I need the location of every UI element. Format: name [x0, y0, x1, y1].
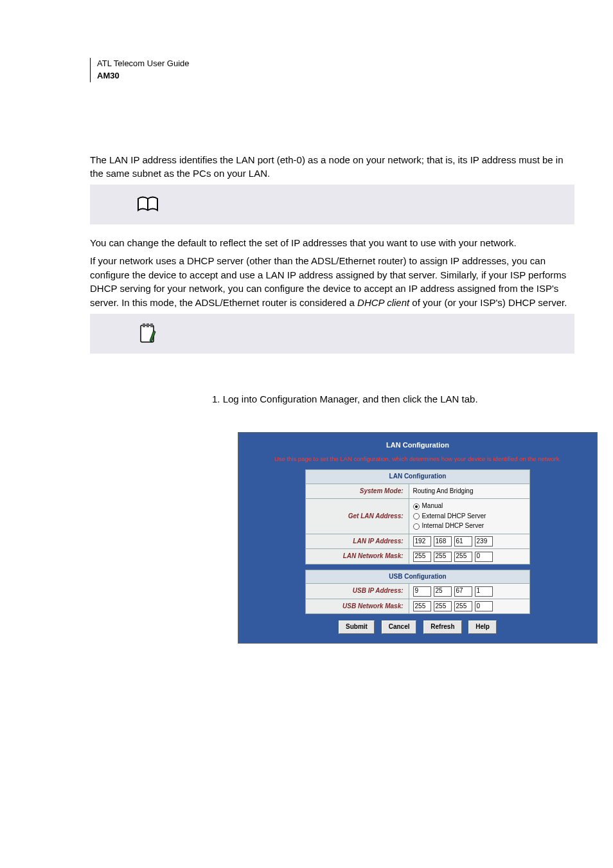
usb-config-table: USB Configuration USB IP Address: 9 25 6… [305, 570, 530, 615]
note-icon [90, 314, 206, 354]
cancel-button[interactable]: Cancel [382, 620, 417, 634]
label-lan-ip: LAN IP Address: [306, 534, 409, 549]
usb-network-mask-input[interactable]: 255 255 255 0 [413, 601, 526, 611]
doc-header-line1: ATL Telecom User Guide [97, 58, 574, 70]
book-icon [90, 185, 206, 224]
label-usb-mask: USB Network Mask: [306, 599, 409, 614]
button-row: Submit Cancel Refresh Help [246, 620, 589, 634]
radio-manual[interactable] [413, 503, 420, 510]
refresh-button[interactable]: Refresh [423, 620, 461, 634]
paragraph-lan-ip-intro: The LAN IP address identifies the LAN po… [90, 153, 574, 181]
radio-internal-dhcp[interactable] [413, 523, 420, 530]
label-usb-ip: USB IP Address: [306, 584, 409, 599]
lan-section-header: LAN Configuration [306, 470, 530, 484]
paragraph-dhcp-client: If your network uses a DHCP server (othe… [90, 254, 574, 310]
lan-ip-address-input[interactable]: 192 168 61 239 [413, 536, 526, 547]
svg-rect-2 [147, 323, 149, 327]
panel-title: LAN Configuration [246, 440, 589, 451]
paragraph-change-default: You can change the default to reflect th… [90, 236, 574, 250]
step-1: 1. Log into Configuration Manager, and t… [212, 392, 574, 406]
doc-header: ATL Telecom User Guide AM30 [90, 58, 574, 82]
radio-external-dhcp[interactable] [413, 513, 420, 520]
lan-config-screenshot: LAN Configuration Use this page to set t… [238, 432, 598, 644]
lan-config-table: LAN Configuration System Mode: Routing A… [305, 469, 530, 565]
lan-network-mask-input[interactable]: 255 255 255 0 [413, 552, 526, 562]
label-get-lan-address: Get LAN Address: [306, 499, 409, 534]
panel-note: Use this page to set the LAN configurati… [246, 455, 589, 464]
help-button[interactable]: Help [468, 620, 497, 634]
submit-button[interactable]: Submit [339, 620, 375, 634]
label-lan-mask: LAN Network Mask: [306, 549, 409, 565]
value-get-lan-address: Manual External DHCP Server Internal DHC… [409, 499, 529, 534]
svg-rect-1 [143, 323, 145, 327]
usb-section-header: USB Configuration [306, 570, 530, 584]
svg-rect-3 [150, 323, 153, 327]
note-callout [90, 314, 574, 354]
value-system-mode: Routing And Bridging [409, 484, 529, 499]
label-system-mode: System Mode: [306, 484, 409, 499]
usb-ip-address-input[interactable]: 9 25 67 1 [413, 586, 526, 597]
doc-header-line2: AM30 [97, 70, 574, 82]
definition-callout [90, 185, 574, 224]
